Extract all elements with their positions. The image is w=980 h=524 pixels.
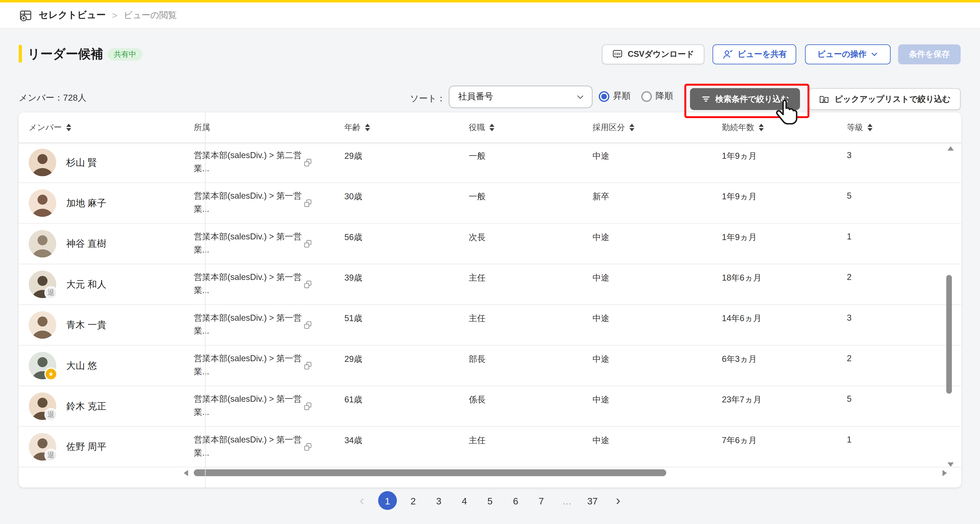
cell-grade: 2 (847, 354, 851, 363)
column-header-1: 所属 (194, 122, 210, 133)
sort-order-asc-radio[interactable]: 昇順 (599, 91, 630, 102)
external-link-icon[interactable] (303, 321, 312, 332)
horizontal-scrollbar-thumb[interactable] (194, 469, 666, 476)
external-link-icon[interactable] (303, 280, 312, 292)
cell-recruit: 中途 (592, 313, 609, 324)
view-operations-button[interactable]: ビューの操作 (805, 44, 891, 64)
select-view-app-icon (19, 8, 32, 22)
affiliation-line: 業... (194, 405, 319, 419)
external-link-icon[interactable] (303, 361, 312, 373)
member-name: 鈴木 克正 (66, 386, 106, 427)
column-header-2[interactable]: 年齢 (344, 122, 370, 133)
cell-grade: 3 (847, 313, 851, 322)
external-link-icon[interactable] (303, 240, 312, 251)
cell-recruit: 中途 (592, 394, 609, 406)
cell-tenure: 7年6ヵ月 (722, 435, 757, 446)
sharing-status-badge: 共有中 (108, 48, 143, 60)
page-title: リーダー候補 (27, 45, 103, 63)
cell-recruit: 中途 (592, 232, 609, 243)
cell-recruit: 中途 (592, 435, 609, 446)
table-row[interactable]: 退鈴木 克正営業本部(salesDiv.) > 第一営業...61歳係長中途23… (19, 386, 961, 427)
filter-by-search-conditions-button[interactable]: 検索条件で絞り込む (690, 88, 800, 110)
top-accent-bar (0, 0, 980, 2)
filter-lines-icon (701, 94, 710, 104)
column-header-6[interactable]: 等級 (847, 122, 872, 133)
cell-age: 30歳 (344, 191, 362, 203)
table-row[interactable]: 退大元 和人営業本部(salesDiv.) > 第一営業...39歳主任中途18… (19, 264, 961, 305)
breadcrumb-current: ビューの閲覧 (124, 10, 177, 21)
table-row[interactable]: 退佐野 周平営業本部(salesDiv.) > 第一営業...34歳主任中途7年… (19, 427, 961, 467)
vertical-scroll-down-arrow[interactable] (948, 462, 954, 467)
column-header-5[interactable]: 勤続年数 (722, 122, 764, 133)
cell-age: 56歳 (344, 232, 362, 243)
table-row[interactable]: 加地 麻子営業本部(salesDiv.) > 第一営業...30歳一般新卒1年9… (19, 183, 961, 224)
table-row[interactable]: 青木 一貴営業本部(salesDiv.) > 第一営業...51歳主任中途14年… (19, 305, 961, 345)
page-button-4[interactable]: 4 (455, 491, 474, 510)
horizontal-scroll-right-arrow[interactable] (943, 470, 947, 476)
table-row[interactable]: ★大山 悠営業本部(salesDiv.) > 第一営業...29歳部長中途6年3… (19, 346, 961, 386)
retired-badge: 退 (45, 449, 57, 462)
csv-download-label: CSVダウンロード (628, 49, 694, 60)
page-button-2[interactable]: 2 (404, 491, 423, 510)
external-link-icon[interactable] (303, 402, 312, 414)
page-button-5[interactable]: 5 (480, 491, 500, 510)
affiliation-line: 営業本部(salesDiv.) > 第二営 (194, 149, 319, 162)
retired-badge: 退 (45, 286, 57, 299)
pagination-next-button[interactable]: › (609, 491, 627, 510)
share-view-button[interactable]: ビューを共有 (713, 44, 796, 64)
csv-download-button[interactable]: CSV CSVダウンロード (602, 44, 704, 64)
affiliation-text: 営業本部(salesDiv.) > 第二営業... (194, 149, 319, 175)
page-button-37[interactable]: 37 (583, 491, 602, 510)
affiliation-text: 営業本部(salesDiv.) > 第一営業... (194, 271, 319, 297)
avatar (29, 311, 56, 338)
pagination-ellipsis: … (557, 491, 576, 510)
cell-grade: 5 (847, 191, 851, 201)
column-header-label: 等級 (847, 122, 863, 133)
affiliation-line: 営業本部(salesDiv.) > 第一営 (194, 311, 319, 324)
cell-tenure: 1年9ヵ月 (722, 191, 757, 203)
column-header-4[interactable]: 採用区分 (592, 122, 634, 133)
sort-arrows-icon (66, 124, 71, 132)
breadcrumb-root[interactable]: セレクトビュー (39, 10, 106, 21)
filter-by-search-label: 検索条件で絞り込む (715, 94, 789, 105)
cell-position: 一般 (469, 191, 486, 203)
app-header: セレクトビュー > ビューの閲覧 (0, 2, 980, 29)
column-header-0[interactable]: メンバー (29, 122, 71, 133)
cell-tenure: 1年9ヵ月 (722, 232, 757, 243)
column-header-3[interactable]: 役職 (469, 122, 495, 133)
member-name: 神谷 直樹 (66, 224, 106, 264)
external-link-icon[interactable] (303, 158, 312, 170)
affiliation-line: 業... (194, 365, 319, 378)
affiliation-line: 営業本部(salesDiv.) > 第一営 (194, 352, 319, 365)
column-header-label: 勤続年数 (722, 122, 754, 133)
affiliation-line: 業... (194, 446, 319, 459)
sort-order-desc-radio[interactable]: 降順 (641, 91, 673, 102)
external-link-icon[interactable] (303, 198, 312, 210)
pagination-prev-button[interactable]: ‹ (353, 491, 371, 510)
page-button-6[interactable]: 6 (506, 491, 525, 510)
cell-recruit: 中途 (592, 354, 609, 365)
affiliation-text: 営業本部(salesDiv.) > 第一営業... (194, 189, 319, 216)
page-button-1[interactable]: 1 (378, 491, 397, 510)
cell-grade: 5 (847, 394, 851, 404)
external-link-icon[interactable] (303, 443, 312, 454)
page-button-3[interactable]: 3 (430, 491, 448, 510)
column-header-label: 所属 (194, 122, 210, 133)
table-row[interactable]: 杉山 賢営業本部(salesDiv.) > 第二営業...29歳一般中途1年9ヵ… (19, 143, 961, 183)
save-conditions-button[interactable]: 条件を保存 (898, 44, 961, 64)
vertical-scroll-up-arrow[interactable] (948, 146, 954, 151)
column-header-label: 採用区分 (592, 122, 625, 133)
cell-tenure: 18年6ヵ月 (722, 272, 762, 284)
table-row[interactable]: 神谷 直樹営業本部(salesDiv.) > 第一営業...56歳次長中途1年9… (19, 224, 961, 264)
filter-by-pickup-label: ピックアップリストで絞り込む (835, 94, 951, 105)
vertical-scrollbar-thumb[interactable] (946, 275, 952, 394)
sort-field-select[interactable]: 社員番号 (449, 86, 592, 108)
cell-grade: 1 (847, 435, 851, 444)
table-header-row: メンバー所属年齢役職採用区分勤続年数等級 (19, 113, 961, 143)
column-header-label: 役職 (469, 122, 485, 133)
filter-by-pickup-list-button[interactable]: ピックアップリストで絞り込む (809, 88, 961, 110)
cell-age: 61歳 (344, 394, 362, 406)
sort-label: ソート： (410, 93, 445, 105)
page-button-7[interactable]: 7 (532, 491, 550, 510)
horizontal-scroll-left-arrow[interactable] (184, 470, 188, 476)
